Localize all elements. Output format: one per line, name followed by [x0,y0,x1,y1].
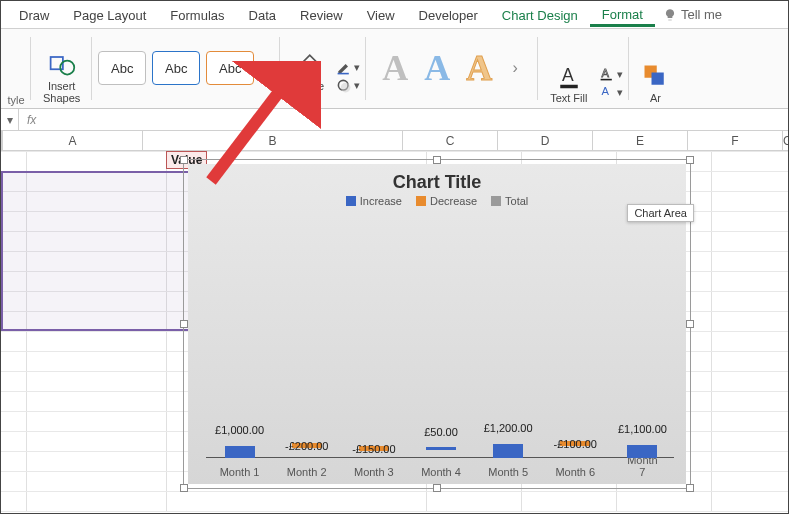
bar[interactable] [493,444,523,458]
group-shape-styles: Abc Abc Abc › [92,29,280,108]
x-tick-label: Month 1 [220,466,260,478]
shape-fill-label: Shape Fill [292,80,324,104]
resize-handle[interactable] [433,156,441,164]
group-insert-shapes: Insert Shapes [31,29,92,108]
svg-text:A: A [562,65,574,85]
resize-handle[interactable] [180,320,188,328]
col-header-F[interactable]: F [688,131,783,151]
data-label: £50.00 [424,426,458,438]
svg-rect-7 [560,85,578,89]
shape-outline-button[interactable]: ▾ [336,60,360,76]
col-header-E[interactable]: E [593,131,688,151]
arrange-button[interactable]: Ar [635,60,675,106]
group-wordart-styles: A A A › [366,29,538,108]
chevron-down-icon: ▾ [354,61,360,74]
text-fill-label: Text Fill [550,92,587,104]
shape-style-2[interactable]: Abc [152,51,200,85]
selected-range [1,171,206,331]
svg-text:A: A [602,67,610,79]
legend-increase: Increase [360,195,402,207]
legend-swatch-increase [346,196,356,206]
spreadsheet-grid: A B C D E F G Value Chart Title Increase… [1,131,788,511]
group-truncated-left: tyle [1,29,31,108]
insert-shapes-button[interactable]: Insert Shapes [37,48,86,106]
shape-style-more[interactable]: › [260,59,274,77]
name-box-dropdown[interactable]: ▾ [1,109,19,130]
svg-rect-12 [652,73,664,85]
text-effects-icon: A [599,84,615,100]
resize-handle[interactable] [180,156,188,164]
chart-title[interactable]: Chart Title [188,164,686,195]
resize-handle[interactable] [433,484,441,492]
x-axis-line [206,457,674,458]
group-arrange-truncated: Ar [629,29,681,108]
tell-me[interactable]: Tell me [663,7,722,22]
svg-text:A: A [602,85,610,97]
plot-area[interactable]: Month 1£1,000.00Month 2-£200.00Month 3-£… [206,230,674,458]
tab-formulas[interactable]: Formulas [158,4,236,25]
text-effects-button[interactable]: A▾ [599,84,623,100]
chart-legend[interactable]: Increase Decrease Total [188,195,686,213]
tab-chart-design[interactable]: Chart Design [490,4,590,25]
x-tick-label: Month 4 [421,466,461,478]
text-fill-icon: A [555,62,583,90]
wordart-style-1[interactable]: A [382,50,408,86]
chart-object[interactable]: Chart Title Increase Decrease Total Mont… [183,159,691,489]
text-outline-button[interactable]: A▾ [599,66,623,82]
col-header-A[interactable]: A [3,131,143,151]
paint-bucket-icon [294,50,322,78]
resize-handle[interactable] [686,484,694,492]
text-outline-icon: A [599,66,615,82]
chart-area-tooltip: Chart Area [627,204,694,222]
tab-data[interactable]: Data [237,4,288,25]
tab-format[interactable]: Format [590,3,655,27]
tab-page-layout[interactable]: Page Layout [61,4,158,25]
resize-handle[interactable] [180,484,188,492]
tab-review[interactable]: Review [288,4,355,25]
data-label: £1,200.00 [484,422,533,434]
shape-fill-button[interactable]: Shape Fill [286,48,330,106]
shape-style-3[interactable]: Abc [206,51,254,85]
lightbulb-icon [663,8,677,22]
arrange-label: Ar [650,92,661,104]
col-header-G[interactable]: G [783,131,789,151]
resize-handle[interactable] [686,156,694,164]
data-label: -£150.00 [352,443,395,455]
group-shape-fill: Shape Fill ▾ ▾ [280,29,366,108]
ribbon-tabs: Draw Page Layout Formulas Data Review Vi… [1,1,788,29]
data-label: £1,100.00 [618,423,667,435]
effects-icon [336,78,352,94]
bar[interactable] [627,445,657,458]
x-tick-label: Month 2 [287,466,327,478]
insert-shapes-label: Insert Shapes [43,80,80,104]
svg-rect-2 [299,73,317,77]
bar[interactable] [426,447,456,450]
shape-style-1[interactable]: Abc [98,51,146,85]
arrange-icon [641,62,669,90]
data-label: -£100.00 [554,438,597,450]
fx-label: fx [19,113,44,127]
data-label: £1,000.00 [215,424,264,436]
tell-me-label: Tell me [681,7,722,22]
tab-view[interactable]: View [355,4,407,25]
bar[interactable] [225,446,255,458]
ribbon: tyle Insert Shapes Abc Abc Abc › [1,29,788,109]
x-tick-label: Month 5 [488,466,528,478]
tab-draw[interactable]: Draw [7,4,61,25]
text-fill-button[interactable]: A Text Fill [544,60,593,106]
tab-developer[interactable]: Developer [407,4,490,25]
resize-handle[interactable] [686,320,694,328]
svg-rect-9 [601,79,612,81]
x-tick-label: Month 6 [555,466,595,478]
svg-rect-3 [338,73,349,75]
col-header-B[interactable]: B [143,131,403,151]
chevron-down-icon: ▾ [354,79,360,92]
column-headers: A B C D E F G [1,131,788,151]
wordart-style-3[interactable]: A [466,50,492,86]
col-header-C[interactable]: C [403,131,498,151]
col-header-D[interactable]: D [498,131,593,151]
wordart-style-more[interactable]: › [508,59,522,77]
wordart-style-2[interactable]: A [424,50,450,86]
shape-effects-button[interactable]: ▾ [336,78,360,94]
chart-area[interactable]: Chart Title Increase Decrease Total Mont… [188,164,686,484]
